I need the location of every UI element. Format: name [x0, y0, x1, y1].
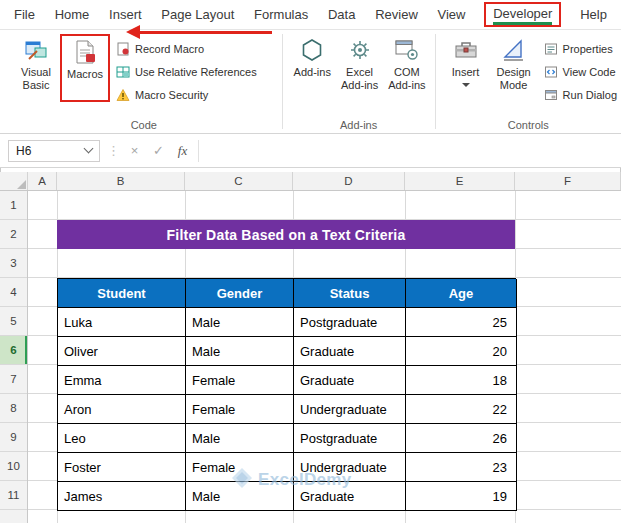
table-cell[interactable]: Graduate — [294, 482, 406, 511]
table-cell[interactable]: Foster — [58, 453, 186, 482]
table-cell[interactable]: Undergraduate — [294, 395, 406, 424]
table-cell[interactable]: 18 — [406, 366, 517, 395]
macro-security-button[interactable]: Macro Security — [116, 86, 257, 103]
macros-icon — [72, 39, 98, 65]
banner-merged-cell[interactable]: Filter Data Based on a Text Criteria — [57, 220, 515, 249]
tab-developer-label: Developer — [493, 6, 552, 25]
visual-basic-button[interactable]: Visual Basic — [12, 34, 60, 102]
table-header-student[interactable]: Student — [58, 279, 186, 308]
ribbon-tab-bar: File Home Insert Page Layout Formulas Da… — [0, 0, 621, 30]
use-relative-references-button[interactable]: Use Relative References — [116, 63, 257, 80]
enter-button[interactable]: ✓ — [150, 143, 167, 158]
table-cell[interactable]: 23 — [406, 453, 517, 482]
excel-addins-button[interactable]: Excel Add-ins — [336, 34, 383, 102]
row-header-6-selected[interactable]: 6 — [0, 336, 27, 365]
table-cell[interactable]: 19 — [406, 482, 517, 511]
table-cell[interactable]: Postgraduate — [294, 424, 406, 453]
table-cell[interactable]: Male — [186, 482, 294, 511]
cancel-button[interactable]: × — [126, 143, 143, 158]
tab-review[interactable]: Review — [374, 3, 419, 26]
table-cell[interactable]: Leo — [58, 424, 186, 453]
annotation-arrow — [126, 25, 272, 39]
addins-button[interactable]: Add-ins — [289, 34, 336, 102]
row-header-3[interactable]: 3 — [0, 249, 27, 278]
addins-hexagon-icon — [299, 37, 325, 63]
table-header-age[interactable]: Age — [406, 279, 517, 308]
table-cell[interactable]: Male — [186, 424, 294, 453]
column-header-f[interactable]: F — [515, 172, 621, 190]
insert-controls-button[interactable]: Insert — [442, 34, 490, 102]
row-header-4[interactable]: 4 — [0, 278, 27, 307]
tab-insert[interactable]: Insert — [108, 3, 143, 26]
design-mode-button[interactable]: Design Mode — [490, 34, 538, 102]
tab-help[interactable]: Help — [579, 3, 608, 26]
table-header-gender[interactable]: Gender — [186, 279, 294, 308]
column-header-e[interactable]: E — [405, 172, 515, 190]
row-header-5[interactable]: 5 — [0, 307, 27, 336]
table-cell[interactable]: Female — [186, 395, 294, 424]
column-header-d[interactable]: D — [293, 172, 405, 190]
name-box[interactable]: H6 — [8, 140, 100, 162]
view-code-button[interactable]: View Code — [544, 63, 617, 80]
table-cell[interactable]: Graduate — [294, 366, 406, 395]
ribbon-group-code: Visual Basic Macros — [6, 30, 282, 133]
column-header-b[interactable]: B — [57, 172, 185, 190]
table-cell[interactable]: Postgraduate — [294, 308, 406, 337]
table-cell[interactable]: 22 — [406, 395, 517, 424]
column-headers: A B C D E F — [0, 172, 621, 191]
row-header-2[interactable]: 2 — [0, 220, 27, 249]
column-header-a[interactable]: A — [28, 172, 57, 190]
table-cell[interactable]: Undergraduate — [294, 453, 406, 482]
warning-icon — [116, 88, 130, 102]
table-cell[interactable]: Luka — [58, 308, 186, 337]
macro-security-label: Macro Security — [135, 89, 208, 101]
table-cell[interactable]: Oliver — [58, 337, 186, 366]
table-cell[interactable]: Female — [186, 453, 294, 482]
table-cell[interactable]: Emma — [58, 366, 186, 395]
tab-file[interactable]: File — [13, 3, 36, 26]
worksheet: A B C D E F 1 2 3 4 5 6 7 8 9 10 11 Filt… — [0, 172, 621, 523]
run-dialog-button[interactable]: Run Dialog — [544, 86, 617, 103]
chevron-down-icon[interactable] — [84, 144, 94, 154]
row-header-1[interactable]: 1 — [0, 191, 27, 220]
row-header-8[interactable]: 8 — [0, 394, 27, 423]
group-label-code: Code — [6, 119, 282, 131]
table-cell[interactable]: James — [58, 482, 186, 511]
table-cell[interactable]: Male — [186, 308, 294, 337]
table-header-status[interactable]: Status — [294, 279, 406, 308]
column-header-c[interactable]: C — [185, 172, 293, 190]
name-box-value: H6 — [16, 144, 31, 158]
macros-button[interactable]: Macros — [60, 34, 110, 102]
row-header-10[interactable]: 10 — [0, 452, 27, 481]
table-cell[interactable]: Graduate — [294, 337, 406, 366]
tab-view[interactable]: View — [436, 3, 466, 26]
visual-basic-icon — [23, 37, 49, 63]
com-addins-button[interactable]: COM Add-ins — [383, 34, 430, 102]
tab-developer[interactable]: Developer — [484, 2, 561, 27]
annotation-arrow-shaft — [138, 31, 272, 34]
ribbon: Visual Basic Macros — [0, 30, 621, 134]
select-all-corner[interactable] — [0, 172, 28, 190]
insert-controls-label: Insert — [452, 66, 480, 79]
tab-home[interactable]: Home — [54, 3, 91, 26]
table-cell[interactable]: Female — [186, 366, 294, 395]
table-cell[interactable]: 25 — [406, 308, 517, 337]
table-cell[interactable]: 26 — [406, 424, 517, 453]
tab-page-layout[interactable]: Page Layout — [160, 3, 235, 26]
row-header-7[interactable]: 7 — [0, 365, 27, 394]
tab-formulas[interactable]: Formulas — [253, 3, 309, 26]
row-header-9[interactable]: 9 — [0, 423, 27, 452]
formula-input[interactable] — [198, 140, 617, 162]
tab-data[interactable]: Data — [327, 3, 356, 26]
table-cell[interactable]: Male — [186, 337, 294, 366]
insert-function-button[interactable]: fx — [174, 143, 191, 159]
addins-label: Add-ins — [294, 66, 331, 79]
row-header-11[interactable]: 11 — [0, 481, 27, 510]
data-table: Student Gender Status Age Luka Male Post… — [57, 278, 516, 511]
record-macro-button[interactable]: Record Macro — [116, 40, 257, 57]
table-cell[interactable]: 20 — [406, 337, 517, 366]
properties-button[interactable]: Properties — [544, 40, 617, 57]
table-cell[interactable]: Aron — [58, 395, 186, 424]
run-dialog-icon — [544, 88, 558, 102]
row-headers: 1 2 3 4 5 6 7 8 9 10 11 — [0, 191, 28, 523]
